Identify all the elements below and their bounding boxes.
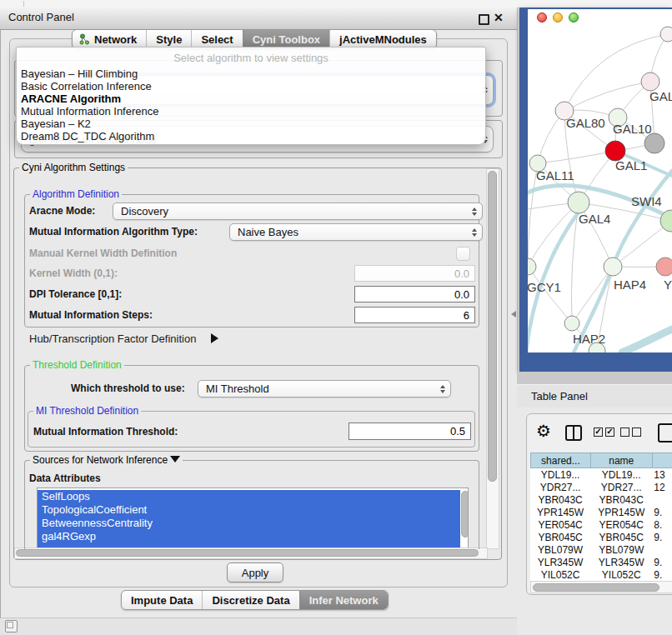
table-header-row: shared... name — [530, 452, 672, 468]
hub-expand-arrow-icon[interactable] — [211, 333, 218, 343]
table-row[interactable]: YPR145W YPR145W 9. — [530, 506, 672, 518]
node-label: GAL4 — [579, 212, 610, 226]
panel-gap — [517, 372, 672, 384]
node-label: GAL10 — [613, 122, 652, 136]
settings-hscrollbar-thumb[interactable] — [16, 549, 479, 557]
network-labels: GAL2 GAL80 GAL10 GAL1 GAL11 GAL4 SWI4 GC… — [528, 89, 672, 346]
aracne-mode-combo[interactable]: Discovery — [113, 202, 483, 220]
data-attributes-label: Data Attributes — [29, 472, 101, 485]
node-gcy1 — [528, 258, 536, 275]
kernel-width-label: Kernel Width (0,1): — [29, 267, 118, 280]
node-label: HAP4 — [614, 278, 646, 292]
deselect-all-checkboxes-icon[interactable] — [620, 428, 641, 437]
node-hap2 — [564, 316, 579, 331]
table-body: YDL19... YDL19... 13 YDR27... YDR27... 1… — [530, 468, 672, 581]
node-label: HAP2 — [573, 332, 605, 346]
node-label: GAL80 — [566, 116, 605, 130]
column-header-partial[interactable] — [653, 452, 672, 468]
top-strip-divider — [23, 1, 24, 7]
popup-item[interactable]: Dream8 DC_TDC Algorithm — [17, 130, 485, 142]
tab-jactivemnodules[interactable]: jActiveMNodules — [329, 30, 436, 48]
node-label: GAL11 — [536, 168, 574, 182]
list-item[interactable]: SelfLoops — [38, 490, 460, 503]
panel-resize-arrow[interactable] — [511, 311, 516, 318]
node-label: SWI4 — [631, 194, 662, 208]
tab-discretize-data[interactable]: Discretize Data — [202, 591, 298, 609]
control-panel-titlebar[interactable] — [0, 8, 517, 30]
node-label: GCY1 — [528, 280, 561, 294]
control-panel-title: Control Panel — [8, 11, 74, 23]
popup-header: Select algorithm to view settings — [17, 48, 485, 68]
node-gray — [644, 133, 664, 153]
tab-impute-data[interactable]: Impute Data — [122, 591, 202, 609]
node-hap4 — [604, 258, 622, 276]
node — [660, 27, 672, 42]
manual-kernel-checkbox[interactable] — [456, 247, 470, 261]
mi-threshold-label: Mutual Information Threshold: — [33, 425, 178, 438]
aracne-mode-label: Aracne Mode: — [29, 204, 95, 218]
tab-network[interactable]: Network — [73, 30, 146, 48]
partial-toolbar-icon[interactable] — [658, 423, 672, 442]
hub-definition-label[interactable]: Hub/Transcription Factor Definition — [29, 332, 196, 346]
mi-threshold-group-title: MI Threshold Definition — [33, 405, 141, 418]
tab-style[interactable]: Style — [146, 30, 191, 48]
column-header-shared[interactable]: shared... — [530, 452, 591, 468]
network-graph: GAL2 GAL80 GAL10 GAL1 GAL11 GAL4 SWI4 GC… — [528, 21, 672, 352]
float-window-icon[interactable] — [479, 14, 489, 25]
close-icon[interactable]: ✕ — [494, 11, 504, 24]
table-row[interactable]: YDL19... YDL19... 13 — [530, 468, 672, 481]
collapse-arrow-icon[interactable] — [170, 456, 180, 462]
popup-item[interactable]: Bayesian – K2 — [17, 118, 485, 130]
mi-type-label: Mutual Information Algorithm Type: — [29, 225, 198, 238]
tab-infer-network[interactable]: Infer Network — [299, 591, 388, 609]
settings-vscrollbar-thumb[interactable] — [488, 171, 497, 482]
table-row[interactable]: YLR345W YLR345W 9. — [530, 556, 672, 568]
combo-arrows-icon — [440, 385, 445, 393]
list-item[interactable]: gal4RGexp — [38, 530, 460, 548]
columns-icon[interactable] — [565, 425, 582, 441]
table-row[interactable]: YDR27... YDR27... 12 — [530, 481, 672, 493]
tab-cyni-toolbox[interactable]: Cyni Toolbox — [243, 30, 329, 48]
node-y — [656, 258, 672, 276]
column-header-name[interactable]: name — [591, 452, 653, 468]
manual-kernel-label: Manual Kernel Width Definition — [29, 247, 177, 260]
mi-threshold-input[interactable]: 0.5 — [349, 422, 471, 440]
table-row[interactable]: YER054C YER054C 8. — [530, 518, 672, 531]
tab-select[interactable]: Select — [191, 30, 242, 48]
node-gal2 — [641, 72, 659, 91]
popup-item[interactable]: Basic Correlation Inference — [17, 80, 485, 92]
dock-window-icon[interactable] — [5, 620, 18, 632]
threshold-definition-title: Threshold Definition — [30, 359, 124, 372]
gear-icon[interactable]: ⚙ — [536, 421, 551, 441]
network-icon — [79, 33, 90, 45]
algorithm-popup: Select algorithm to view settings Bayesi… — [16, 47, 486, 145]
table-row[interactable]: YBR043C YBR043C — [530, 493, 672, 506]
list-item[interactable]: BetweennessCentrality — [38, 517, 460, 530]
combo-arrows-icon — [472, 208, 477, 216]
table-hscrollbar-thumb[interactable] — [533, 583, 659, 592]
mi-steps-label: Mutual Information Steps: — [29, 308, 153, 322]
which-threshold-combo[interactable]: MI Threshold — [198, 380, 451, 398]
dpi-tolerance-input[interactable]: 0.0 — [354, 286, 475, 302]
popup-item[interactable]: Bayesian – Hill Climbing — [17, 68, 485, 80]
table-row[interactable]: YBR045C YBR045C 9. — [530, 531, 672, 543]
node-label: GAL2 — [649, 89, 672, 103]
mi-type-combo[interactable]: Naive Bayes — [229, 223, 483, 241]
list-item[interactable]: TopologicalCoefficient — [38, 503, 460, 517]
select-all-checkboxes-icon[interactable]: ✓ ✓ — [594, 428, 614, 437]
mi-steps-input[interactable]: 6 — [354, 307, 475, 323]
sources-group-title: Sources for Network Inference — [30, 454, 183, 467]
list-vscrollbar-thumb[interactable] — [461, 491, 469, 538]
node-label: Y — [664, 278, 672, 292]
popup-item[interactable]: Mutual Information Inference — [17, 105, 485, 118]
kernel-width-input[interactable]: 0.0 — [354, 265, 475, 282]
table-row[interactable]: YIL052C YIL052C 9. — [530, 568, 672, 581]
table-row[interactable]: YBL079W YBL079W — [530, 543, 672, 556]
table-panel-title: Table Panel — [531, 390, 588, 402]
apply-button[interactable]: Apply — [227, 562, 283, 582]
bottom-tabbar: Impute Data Discretize Data Infer Networ… — [121, 590, 389, 610]
combo-arrows-icon — [472, 228, 477, 237]
popup-item-selected[interactable]: ARACNE Algorithm — [17, 92, 485, 105]
data-attributes-list: SelfLoops TopologicalCoefficient Between… — [37, 488, 469, 548]
which-threshold-label: Which threshold to use: — [71, 382, 185, 395]
